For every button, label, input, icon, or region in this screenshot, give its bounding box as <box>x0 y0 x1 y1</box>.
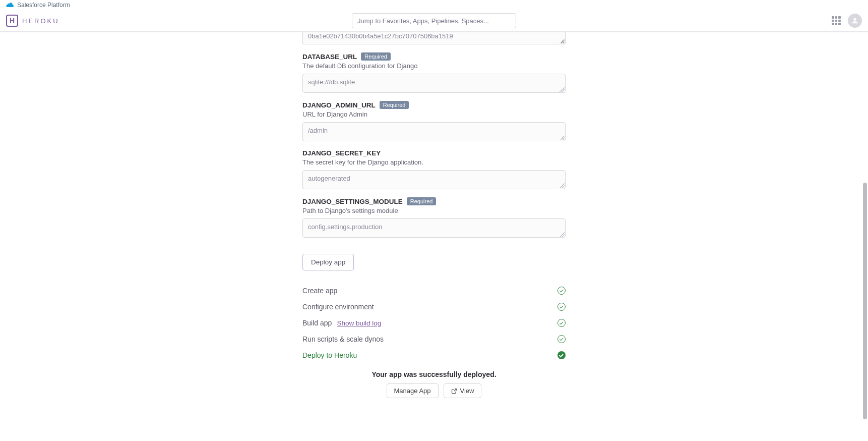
resize-handle-icon[interactable] <box>560 38 565 43</box>
apps-grid-icon[interactable] <box>832 16 841 25</box>
external-link-icon <box>451 388 457 394</box>
prev-config-value[interactable]: 0ba1e02b71430b0b4a5e1c27bc70707506ba1519 <box>302 32 566 44</box>
field-desc: The default DB configuration for Django <box>302 62 566 70</box>
cloud-icon <box>6 2 14 8</box>
heroku-logo-icon: H <box>6 15 18 27</box>
deploy-app-button[interactable]: Deploy app <box>302 254 354 270</box>
field-django-settings-module: DJANGO_SETTINGS_MODULE Required Path to … <box>302 197 566 238</box>
resize-handle-icon[interactable] <box>560 183 565 188</box>
check-icon <box>557 287 566 295</box>
platform-bar: Salesforce Platform <box>0 0 868 10</box>
field-database-url: DATABASE_URL Required The default DB con… <box>302 52 566 93</box>
success-message: Your app was successfully deployed. <box>302 370 566 378</box>
step-configure-env: Configure environment <box>302 299 566 315</box>
step-deploy-heroku: Deploy to Heroku <box>302 347 566 363</box>
scrollbar[interactable] <box>862 10 868 408</box>
scrollbar-thumb[interactable] <box>863 183 867 408</box>
django-secret-key-input[interactable]: autogenerated <box>302 170 566 189</box>
database-url-input[interactable]: sqlite:///db.sqlite <box>302 74 566 93</box>
check-solid-icon <box>557 351 566 359</box>
search-input[interactable] <box>352 13 516 28</box>
field-label: DATABASE_URL <box>302 53 357 61</box>
step-build-app: Build app Show build log <box>302 315 566 331</box>
brand-name: HEROKU <box>22 17 59 25</box>
django-admin-url-input[interactable]: /admin <box>302 122 566 141</box>
field-label: DJANGO_SETTINGS_MODULE <box>302 198 403 205</box>
field-django-admin-url: DJANGO_ADMIN_URL Required URL for Django… <box>302 101 566 141</box>
logo[interactable]: H HEROKU <box>6 15 59 27</box>
django-settings-module-input[interactable]: config.settings.production <box>302 218 566 238</box>
user-icon <box>851 17 859 25</box>
resize-handle-icon[interactable] <box>560 135 565 140</box>
result-actions: Manage App View <box>302 383 566 408</box>
check-icon <box>557 335 566 343</box>
view-button[interactable]: View <box>444 383 482 398</box>
field-label: DJANGO_SECRET_KEY <box>302 149 381 157</box>
field-label: DJANGO_ADMIN_URL <box>302 101 376 109</box>
required-badge: Required <box>361 52 391 61</box>
manage-app-button[interactable]: Manage App <box>387 383 439 398</box>
check-icon <box>557 319 566 327</box>
deploy-steps: Create app Configure environment Build a… <box>302 283 566 363</box>
field-desc: URL for Django Admin <box>302 111 566 118</box>
platform-label: Salesforce Platform <box>17 2 70 9</box>
field-desc: Path to Django's settings module <box>302 207 566 214</box>
resize-handle-icon[interactable] <box>560 232 565 237</box>
field-desc: The secret key for the Django applicatio… <box>302 158 566 166</box>
show-build-log-link[interactable]: Show build log <box>337 319 381 327</box>
search-wrap <box>352 13 516 28</box>
step-run-scripts: Run scripts & scale dynos <box>302 331 566 347</box>
required-badge: Required <box>380 101 409 109</box>
required-badge: Required <box>407 197 437 205</box>
field-django-secret-key: DJANGO_SECRET_KEY The secret key for the… <box>302 149 566 189</box>
check-icon <box>557 303 566 311</box>
header: H HEROKU <box>0 10 868 32</box>
step-create-app: Create app <box>302 283 566 299</box>
resize-handle-icon[interactable] <box>560 87 565 92</box>
main-content: 0ba1e02b71430b0b4a5e1c27bc70707506ba1519… <box>302 32 566 408</box>
avatar[interactable] <box>848 14 862 28</box>
